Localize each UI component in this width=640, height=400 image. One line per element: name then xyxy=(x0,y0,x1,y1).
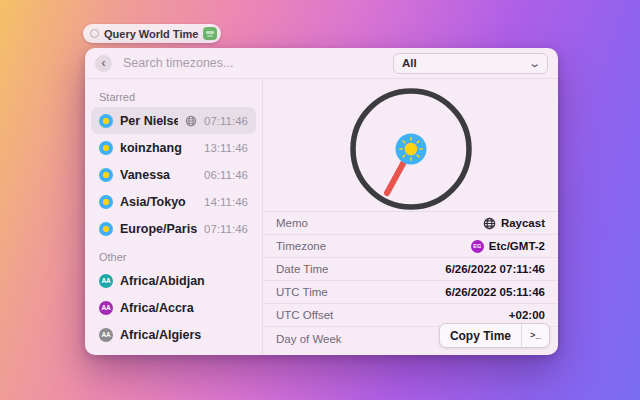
list-item-africa-abidjan[interactable]: AA Africa/Abidjan xyxy=(91,267,256,294)
terminal-icon[interactable]: >_ xyxy=(522,324,549,347)
sun-avatar-icon xyxy=(99,141,113,155)
list-item-africa-accra[interactable]: AA Africa/Accra xyxy=(91,294,256,321)
initials-avatar: AB xyxy=(99,355,113,356)
initials-avatar: AA xyxy=(99,328,113,342)
query-world-time-window: ‹ All ⌄ Starred Per Nielsen Tikær 07:11:… xyxy=(85,48,558,355)
launcher-pill-title: Query World Time xyxy=(104,28,198,40)
detail-label: Day of Week xyxy=(276,333,342,345)
globe-icon xyxy=(185,115,197,127)
timezone-name: Vanessa xyxy=(120,168,197,182)
list-item-vanessa[interactable]: Vanessa 06:11:46 xyxy=(91,161,256,188)
sun-avatar-icon xyxy=(99,114,113,128)
timezone-initials-badge: EG xyxy=(471,240,484,253)
sun-avatar-icon xyxy=(99,168,113,182)
timezone-name: Africa/Abidjan xyxy=(120,274,248,288)
timezone-name: Africa/Algiers xyxy=(120,328,248,342)
topbar: ‹ All ⌄ xyxy=(85,48,558,79)
initials-avatar: AA xyxy=(99,274,113,288)
detail-label: Timezone xyxy=(276,240,326,252)
action-button-group: Copy Time >_ xyxy=(439,323,550,348)
chevron-left-icon: ‹ xyxy=(102,57,106,69)
detail-value: 6/26/2022 05:11:46 xyxy=(445,286,545,298)
chevron-down-icon: ⌄ xyxy=(528,58,541,69)
detail-row-utc-time: UTC Time 6/26/2022 05:11:46 xyxy=(263,281,558,304)
search-input[interactable] xyxy=(121,55,384,71)
detail-label: Memo xyxy=(276,217,308,229)
detail-panel: Memo Raycast Timezone EG Etc/GMT-2 Date … xyxy=(263,79,558,355)
timezone-time: 06:11:46 xyxy=(204,169,248,181)
detail-row-timezone: Timezone EG Etc/GMT-2 xyxy=(263,235,558,258)
timezone-list: Starred Per Nielsen Tikær 07:11:46 koinz… xyxy=(85,79,263,355)
section-header-starred: Starred xyxy=(99,91,256,103)
list-item-per-nielsen[interactable]: Per Nielsen Tikær 07:11:46 xyxy=(91,107,256,134)
detail-value: Etc/GMT-2 xyxy=(489,240,545,252)
list-item-africa-algiers[interactable]: AA Africa/Algiers xyxy=(91,321,256,348)
main-split: Starred Per Nielsen Tikær 07:11:46 koinz… xyxy=(85,79,558,355)
detail-label: UTC Time xyxy=(276,286,328,298)
timezone-name: Europe/Paris xyxy=(120,222,197,236)
list-item-asia-tokyo[interactable]: Asia/Tokyo 14:11:46 xyxy=(91,188,256,215)
extension-badge-icon xyxy=(203,27,217,40)
detail-value: Raycast xyxy=(501,217,545,229)
detail-value: +02:00 xyxy=(509,309,545,321)
list-item-africa-bissau[interactable]: AB Africa/Bissau xyxy=(91,348,256,355)
detail-value: 6/26/2022 07:11:46 xyxy=(445,263,545,275)
timezone-name: Africa/Bissau xyxy=(120,355,248,356)
back-button[interactable]: ‹ xyxy=(95,55,112,72)
sun-avatar-icon xyxy=(99,195,113,209)
list-item-europe-paris[interactable]: Europe/Paris 07:11:46 xyxy=(91,215,256,242)
timezone-name: koinzhang xyxy=(120,141,197,155)
timezone-name: Per Nielsen Tikær xyxy=(120,114,178,128)
list-item-koinzhang[interactable]: koinzhang 13:11:46 xyxy=(91,134,256,161)
sun-avatar-icon xyxy=(99,222,113,236)
detail-row-date-time: Date Time 6/26/2022 07:11:46 xyxy=(263,258,558,281)
timezone-name: Asia/Tokyo xyxy=(120,195,197,209)
timezone-time: 13:11:46 xyxy=(204,142,248,154)
detail-label: UTC Offset xyxy=(276,309,333,321)
initials-avatar: AA xyxy=(99,301,113,315)
section-header-other: Other xyxy=(99,251,256,263)
copy-time-button[interactable]: Copy Time xyxy=(440,324,521,347)
launcher-pill[interactable]: Query World Time xyxy=(83,24,221,43)
timezone-time: 07:11:46 xyxy=(204,223,248,235)
filter-dropdown-value: All xyxy=(402,57,417,69)
timezone-time: 07:11:46 xyxy=(204,115,248,127)
clock-illustration xyxy=(263,79,558,211)
detail-label: Date Time xyxy=(276,263,328,275)
clock-face-icon xyxy=(341,79,481,211)
record-circle-icon xyxy=(90,29,99,38)
filter-dropdown[interactable]: All ⌄ xyxy=(393,53,548,74)
timezone-time: 14:11:46 xyxy=(204,196,248,208)
globe-icon xyxy=(483,217,496,230)
timezone-name: Africa/Accra xyxy=(120,301,248,315)
detail-row-memo: Memo Raycast xyxy=(263,212,558,235)
